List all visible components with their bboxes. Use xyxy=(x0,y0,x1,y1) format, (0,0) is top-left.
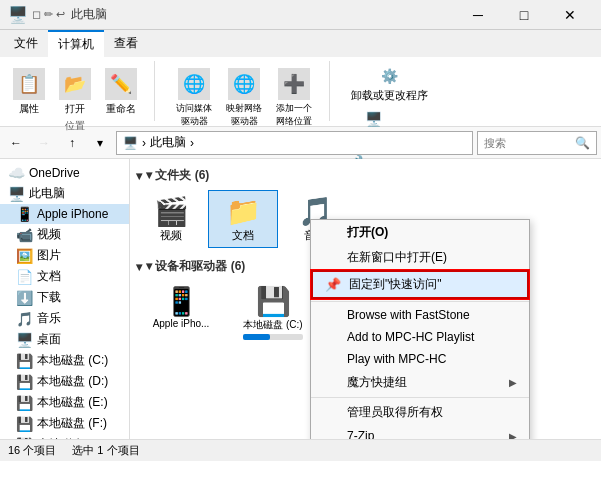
ribbon-btn-media[interactable]: 🌐 访问媒体驱动器 xyxy=(171,65,217,131)
breadcrumb-arrow: › xyxy=(190,136,194,150)
tab-file[interactable]: 文件 xyxy=(4,30,48,57)
back-button[interactable]: ← xyxy=(4,131,28,155)
nav-bar: ← → ↑ ▾ 🖥️ › 此电脑 › 🔍 xyxy=(0,127,601,159)
ctx-arrow-magic: ▶ xyxy=(509,377,517,388)
sidebar: ☁️ OneDrive 🖥️ 此电脑 📱 Apple iPhone 📹 视频 🖼… xyxy=(0,159,130,439)
sidebar-item-disk-c[interactable]: 💾 本地磁盘 (C:) xyxy=(0,350,129,371)
music-icon: 🎵 xyxy=(16,311,33,327)
ribbon-btn-rename[interactable]: ✏️ 重命名 xyxy=(100,65,142,119)
up-button[interactable]: ↑ xyxy=(60,131,84,155)
sidebar-item-music[interactable]: 🎵 音乐 xyxy=(0,308,129,329)
ribbon-btn-map[interactable]: 🌐 映射网络驱动器 xyxy=(221,65,267,131)
sidebar-item-video[interactable]: 📹 视频 xyxy=(0,224,129,245)
sidebar-item-disk-f[interactable]: 💾 本地磁盘 (F:) xyxy=(0,413,129,434)
folder-video[interactable]: 🎬 视频 xyxy=(136,190,206,248)
disk-c-progress-bar xyxy=(243,334,303,340)
forward-button[interactable]: → xyxy=(32,131,56,155)
sidebar-item-disk-d[interactable]: 💾 本地磁盘 (D:) xyxy=(0,371,129,392)
onedrive-icon: ☁️ xyxy=(8,165,25,181)
device-disk-c[interactable]: 💾 本地磁盘 (C:) xyxy=(228,281,318,357)
ribbon-btn-open[interactable]: 📂 打开 xyxy=(54,65,96,119)
search-input[interactable] xyxy=(484,137,575,149)
ribbon-btn-properties[interactable]: 📋 属性 xyxy=(8,65,50,119)
sidebar-item-onedrive[interactable]: ☁️ OneDrive xyxy=(0,163,129,183)
search-bar[interactable]: 🔍 xyxy=(477,131,597,155)
iphone-icon: 📱 xyxy=(16,206,33,222)
device-iphone[interactable]: 📱 Apple iPho... xyxy=(136,281,226,357)
main-area: ☁️ OneDrive 🖥️ 此电脑 📱 Apple iPhone 📹 视频 🖼… xyxy=(0,159,601,439)
ribbon: 📋 属性 📂 打开 ✏️ 重命名 位置 🌐 访问媒体驱动器 🌐 映射网络驱动器 xyxy=(0,57,601,127)
context-menu: 打开(O) 在新窗口中打开(E) 📌 固定到"快速访问" Browse with… xyxy=(310,219,530,439)
folders-section-header[interactable]: ▾ ▾ 文件夹 (6) xyxy=(134,163,597,188)
sidebar-item-thispc[interactable]: 🖥️ 此电脑 xyxy=(0,183,129,204)
minimize-button[interactable]: ─ xyxy=(455,0,501,30)
media-icon: 🌐 xyxy=(178,68,210,100)
ctx-item-magic-folder[interactable]: 魔方快捷组 ▶ xyxy=(311,370,529,395)
ctx-item-open[interactable]: 打开(O) xyxy=(311,220,529,245)
breadcrumb-separator: › xyxy=(142,136,146,150)
ribbon-btn-uninstall[interactable]: ⚙️ 卸载或更改程序 xyxy=(346,65,433,106)
ctx-sep-1 xyxy=(311,301,529,302)
ctx-arrow-7zip: ▶ xyxy=(509,431,517,440)
ctx-item-add-mpc[interactable]: Add to MPC-HC Playlist xyxy=(311,326,529,348)
ctx-item-ownership[interactable]: 管理员取得所有权 xyxy=(311,400,529,425)
disk-e-icon: 💾 xyxy=(16,395,33,411)
picture-icon: 🖼️ xyxy=(16,248,33,264)
desktop-icon: 🖥️ xyxy=(16,332,33,348)
ctx-item-browse-faststone[interactable]: Browse with FastStone xyxy=(311,304,529,326)
video-icon: 📹 xyxy=(16,227,33,243)
ctx-item-open-new-window[interactable]: 在新窗口中打开(E) xyxy=(311,245,529,270)
ribbon-group-location: 📋 属性 📂 打开 ✏️ 重命名 位置 xyxy=(8,61,155,121)
folders-collapse-icon: ▾ xyxy=(136,169,142,183)
recent-button[interactable]: ▾ xyxy=(88,131,112,155)
statusbar-count: 16 个项目 xyxy=(8,443,56,458)
sidebar-item-document[interactable]: 📄 文档 xyxy=(0,266,129,287)
ribbon-tabs: 文件 计算机 查看 xyxy=(0,30,601,57)
sidebar-item-disk-e[interactable]: 💾 本地磁盘 (E:) xyxy=(0,392,129,413)
document-icon: 📄 xyxy=(16,269,33,285)
search-icon: 🔍 xyxy=(575,136,590,150)
device-iphone-icon: 📱 xyxy=(164,285,199,318)
devices-collapse-icon: ▾ xyxy=(136,260,142,274)
folder-document[interactable]: 📁 文档 xyxy=(208,190,278,248)
ribbon-btn-add-location[interactable]: ➕ 添加一个网络位置 xyxy=(271,65,317,131)
ctx-item-pin-quick-access[interactable]: 📌 固定到"快速访问" xyxy=(311,270,529,299)
maximize-button[interactable]: □ xyxy=(501,0,547,30)
uninstall-icon: ⚙️ xyxy=(381,68,398,84)
breadcrumb-current: 此电脑 xyxy=(150,134,186,151)
download-icon: ⬇️ xyxy=(16,290,33,306)
sidebar-item-iphone[interactable]: 📱 Apple iPhone xyxy=(0,204,129,224)
map-icon: 🌐 xyxy=(228,68,260,100)
open-icon: 📂 xyxy=(59,68,91,100)
ribbon-group-network: 🌐 访问媒体驱动器 🌐 映射网络驱动器 ➕ 添加一个网络位置 网络 xyxy=(171,61,330,121)
statusbar-selected: 选中 1 个项目 xyxy=(72,443,139,458)
sidebar-item-desktop[interactable]: 🖥️ 桌面 xyxy=(0,329,129,350)
add-location-icon: ➕ xyxy=(278,68,310,100)
properties-icon: 📋 xyxy=(13,68,45,100)
disk-d-icon: 💾 xyxy=(16,374,33,390)
device-disk-c-icon: 💾 xyxy=(256,285,291,318)
address-bar[interactable]: 🖥️ › 此电脑 › xyxy=(116,131,473,155)
titlebar-icon: 🖥️ xyxy=(8,5,28,24)
ctx-item-7zip[interactable]: 7-Zip ▶ xyxy=(311,425,529,439)
ctx-item-play-mpc[interactable]: Play with MPC-HC xyxy=(311,348,529,370)
breadcrumb-home-icon: 🖥️ xyxy=(123,136,138,150)
sidebar-item-download[interactable]: ⬇️ 下载 xyxy=(0,287,129,308)
titlebar-title: 此电脑 xyxy=(71,6,455,23)
disk-f-icon: 💾 xyxy=(16,416,33,432)
disk-c-progress-fill xyxy=(243,334,270,340)
folder-document-icon: 📁 xyxy=(226,195,261,228)
close-button[interactable]: ✕ xyxy=(547,0,593,30)
disk-c-icon: 💾 xyxy=(16,353,33,369)
disk-g-icon: 💾 xyxy=(16,437,33,440)
ctx-sep-2 xyxy=(311,397,529,398)
tab-computer[interactable]: 计算机 xyxy=(48,30,104,57)
folder-video-icon: 🎬 xyxy=(154,195,189,228)
statusbar: 16 个项目 选中 1 个项目 xyxy=(0,439,601,461)
sidebar-item-disk-g[interactable]: 💾 本地磁盘 (G:) xyxy=(0,434,129,439)
sidebar-item-picture[interactable]: 🖼️ 图片 xyxy=(0,245,129,266)
thispc-icon: 🖥️ xyxy=(8,186,25,202)
sys-props-icon: 🖥️ xyxy=(365,111,382,127)
titlebar: 🖥️ ◻ ✏ ↩ 此电脑 ─ □ ✕ xyxy=(0,0,601,30)
tab-view[interactable]: 查看 xyxy=(104,30,148,57)
